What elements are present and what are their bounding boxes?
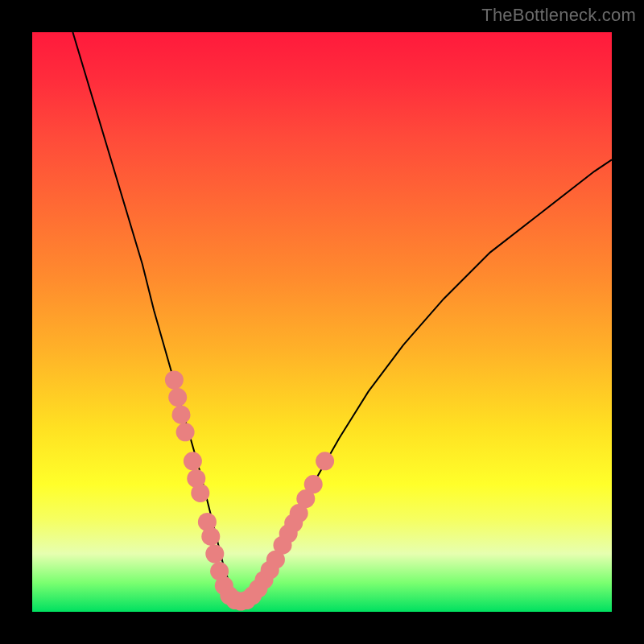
curve-marker <box>191 484 209 502</box>
curve-marker <box>184 452 202 470</box>
marker-group <box>165 371 334 611</box>
chart-frame: TheBottleneck.com <box>0 0 644 644</box>
bottleneck-curve <box>72 32 612 601</box>
watermark-text: TheBottleneck.com <box>481 5 636 26</box>
curve-marker <box>176 423 195 441</box>
curve-marker <box>304 475 323 493</box>
plot-area <box>32 32 612 612</box>
curve-marker <box>172 406 191 424</box>
curve-marker <box>205 545 224 564</box>
curve-svg <box>32 32 612 612</box>
curve-marker <box>165 371 184 390</box>
curve-marker <box>201 527 220 546</box>
curve-marker <box>168 388 187 407</box>
curve-marker <box>316 452 334 470</box>
